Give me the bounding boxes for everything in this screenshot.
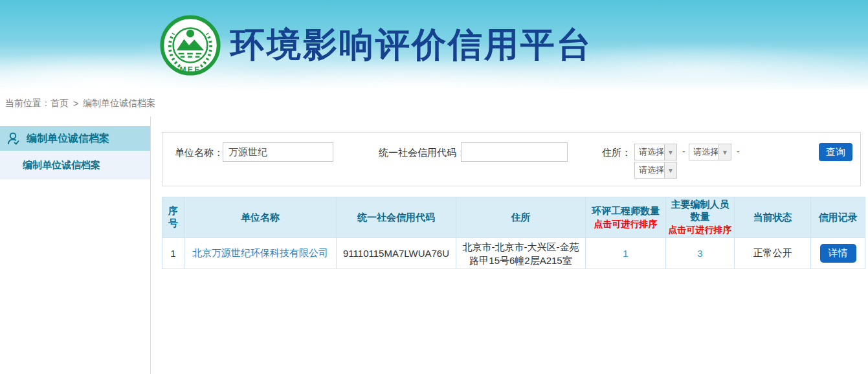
address-separator: - [682,146,685,157]
svg-text:MEE: MEE [179,65,201,74]
address-label: 住所： [602,147,631,159]
col-title: 主要编制人员数量 [667,199,733,223]
sort-hint: 点击可进行排序 [587,219,664,230]
select-value: 请选择 [635,162,664,178]
address-district-select[interactable]: 请选择 ▼ [634,162,677,179]
cell-status: 正常公开 [735,238,811,269]
chevron-down-icon: ▼ [664,144,676,160]
search-panel: 单位名称： 统一社会信用代码： 住所： 请选择 ▼ - 请选择 ▼ - 请选择 … [162,132,861,186]
address-city-select[interactable]: 请选择 ▼ [689,144,731,160]
breadcrumb: 当前位置： 首页 > 编制单位诚信档案 [0,91,868,116]
col-address: 住所 [456,197,586,238]
breadcrumb-separator: > [73,98,78,109]
col-title: 环评工程师数量 [587,205,664,217]
col-index: 序号 [162,197,184,238]
sidebar-item-unit-archive-parent[interactable]: 编制单位诚信档案 [0,126,150,151]
sidebar-item-unit-archive[interactable]: 编制单位诚信档案 [0,151,150,179]
col-engineer-count-sortable[interactable]: 环评工程师数量 点击可进行排序 [586,197,666,238]
col-status: 当前状态 [735,197,811,238]
sidebar: 编制单位诚信档案 编制单位诚信档案 [0,116,151,374]
results-table: 序号 单位名称 统一社会信用代码 住所 环评工程师数量 点击可进行排序 主要编制… [162,197,865,269]
breadcrumb-label: 当前位置： [5,98,50,109]
breadcrumb-home-link[interactable]: 首页 [50,98,69,109]
col-credit-code: 统一社会信用代码 [337,197,456,238]
cell-index: 1 [162,238,184,269]
unit-name-input[interactable] [223,142,333,162]
chevron-down-icon: ▼ [664,162,676,178]
credit-code-input[interactable] [461,142,568,162]
main: 编制单位诚信档案 编制单位诚信档案 单位名称： 统一社会信用代码： 住所： 请选… [0,116,868,374]
site-header: MEE 环境影响评价信用平台 [0,0,868,91]
unit-name-label: 单位名称： [175,147,223,159]
col-unit-name: 单位名称 [184,197,337,238]
query-button[interactable]: 查询 [819,143,852,161]
unit-name-link[interactable]: 北京万源世纪环保科技有限公司 [192,247,328,258]
cell-address: 北京市-北京市-大兴区-金苑路甲15号6幢2层A215室 [456,238,586,269]
cell-credit-code: 91110115MA7LWUA76U [337,238,456,269]
breadcrumb-current: 编制单位诚信档案 [83,98,155,109]
address-separator: - [737,146,740,157]
select-value: 请选择 [635,144,664,160]
sidebar-item-label: 编制单位诚信档案 [27,132,109,146]
user-check-icon [6,131,21,146]
chevron-down-icon: ▼ [718,144,731,160]
mee-logo-icon: MEE [159,14,221,76]
address-province-select[interactable]: 请选择 ▼ [634,144,677,160]
brand: MEE 环境影响评价信用平台 [159,14,593,76]
col-staff-count-sortable[interactable]: 主要编制人员数量 点击可进行排序 [666,197,735,238]
col-credit-record: 信用记录 [811,197,865,238]
credit-code-label: 统一社会信用代码： [379,147,466,159]
page: MEE 环境影响评价信用平台 当前位置： 首页 > 编制单位诚信档案 编制单位诚… [0,0,868,374]
table-header-row: 序号 单位名称 统一社会信用代码 住所 环评工程师数量 点击可进行排序 主要编制… [162,197,865,238]
detail-button[interactable]: 详情 [820,244,856,263]
engineer-count-link[interactable]: 1 [623,248,628,259]
sort-hint: 点击可进行排序 [667,225,733,236]
sidebar-item-label: 编制单位诚信档案 [23,159,100,171]
site-title: 环境影响评价信用平台 [230,22,593,69]
staff-count-link[interactable]: 3 [697,248,702,259]
select-value: 请选择 [689,144,718,160]
content: 单位名称： 统一社会信用代码： 住所： 请选择 ▼ - 请选择 ▼ - 请选择 … [151,116,868,374]
table-row: 1 北京万源世纪环保科技有限公司 91110115MA7LWUA76U 北京市-… [162,238,865,269]
